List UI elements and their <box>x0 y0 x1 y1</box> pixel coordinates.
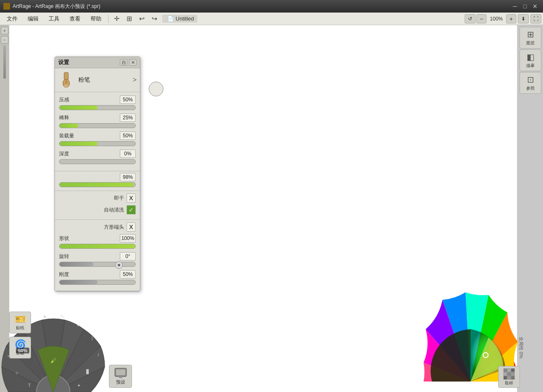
reference-panel-button[interactable]: ⊡ 参照 <box>520 72 541 94</box>
strip-btn-top[interactable]: + <box>1 27 8 34</box>
close-button[interactable]: ✕ <box>530 2 540 10</box>
depth-value[interactable]: 0% <box>120 150 136 158</box>
opacity-display: 50% <box>16 348 29 353</box>
loading-fill <box>59 142 98 146</box>
stiffness-label: 刚度 <box>59 271 69 278</box>
menubar: 文件 编辑 工具 查看 帮助 ✛ ⊞ ↩ ↪ 📄 Untitled ↺ − 10… <box>0 13 543 25</box>
stiffness-fill <box>59 280 98 284</box>
svg-rect-5 <box>116 369 125 375</box>
undo-button[interactable]: ↩ <box>136 14 147 24</box>
loading-label: 装载量 <box>59 132 74 139</box>
move-tool-button[interactable]: ✛ <box>111 14 122 24</box>
rotation-label-row: 旋转 0° <box>59 252 136 260</box>
settings-title: 设置 <box>58 59 69 66</box>
sample-button[interactable]: 取样 <box>498 366 520 388</box>
tracing-panel-button[interactable]: ◧ 描摹 <box>520 49 541 71</box>
color-indicator-dot <box>484 354 487 356</box>
select-icon: ⊹ <box>15 371 18 375</box>
pressure-fill <box>59 106 98 110</box>
dilution-track[interactable] <box>59 123 136 128</box>
depth-label-row: 深度 0% <box>59 150 136 158</box>
rotation-value[interactable]: 0° <box>120 252 136 260</box>
document-tab[interactable]: 📄 Untitled <box>162 15 197 23</box>
layers-label: 图层 <box>526 40 535 46</box>
sticker-button[interactable]: 🎫 贴纸 <box>9 312 31 333</box>
extra-bar-track[interactable] <box>59 182 136 187</box>
dilution-label: 稀释 <box>59 114 69 121</box>
dilution-fill <box>59 124 78 128</box>
brush-icon <box>58 72 75 88</box>
stiffness-slider-row: 刚度 50% <box>59 270 136 285</box>
svg-rect-0 <box>64 72 68 80</box>
tracing-label: 描摹 <box>526 63 535 69</box>
rotate-button[interactable]: ↺ <box>465 14 476 23</box>
extra-bar-row: 98% <box>55 171 140 191</box>
eyedropper-icon: ✦ <box>77 383 80 388</box>
layers-panel-button[interactable]: ⊞ 图层 <box>520 27 541 49</box>
svg-rect-15 <box>507 376 511 379</box>
auto-wash-row: 自动清洗 ✓ <box>59 205 136 214</box>
right-panels: ⊞ 图层 ◧ 描摹 ⊡ 参照 <box>518 25 543 95</box>
pencil-icon: / <box>98 353 99 357</box>
checkboxes-area: 即干 X 自动清洗 ✓ <box>55 191 140 220</box>
shape-value[interactable]: 100% <box>120 234 136 242</box>
square-end-label: 方形端头 <box>104 224 124 231</box>
svg-rect-8 <box>504 369 507 372</box>
brush-selector[interactable]: 粉笔 > <box>55 68 140 92</box>
settings-close-button[interactable]: ✕ <box>129 59 137 66</box>
stiffness-track[interactable] <box>59 280 136 285</box>
rotation-track[interactable] <box>59 262 136 267</box>
sample-label: 取样 <box>505 380 513 386</box>
redo-button[interactable]: ↪ <box>148 14 160 24</box>
grid-button[interactable]: ⊞ <box>123 14 135 24</box>
brush-svg <box>58 72 75 88</box>
menu-tools[interactable]: 工具 <box>44 13 65 24</box>
rotation-knob[interactable] <box>115 261 123 269</box>
zoom-in-button[interactable]: + <box>506 14 516 23</box>
layers-icon: ⊞ <box>527 29 534 39</box>
svg-rect-10 <box>511 369 515 372</box>
marker-icon: | <box>92 336 93 340</box>
pressure-track[interactable] <box>59 105 136 110</box>
rotation-fill <box>59 262 93 266</box>
settings-pin-button[interactable]: 自 <box>120 59 127 66</box>
global-opacity-label: 全局性 0% <box>518 337 524 358</box>
preset-button[interactable]: 预设 <box>109 365 132 388</box>
extra-bar-value[interactable]: 98% <box>120 173 136 181</box>
auto-wash-symbol: ✓ <box>129 206 134 213</box>
shape-track[interactable] <box>59 244 136 249</box>
zoom-out-button[interactable]: − <box>476 14 486 23</box>
stiffness-value[interactable]: 50% <box>120 270 136 279</box>
depth-track[interactable] <box>59 159 136 164</box>
minimize-button[interactable]: ─ <box>510 2 520 10</box>
brush-preview <box>149 82 163 96</box>
titlebar: ArtRage - ArtRage 画布大小预设 (*.spr) ─ □ ✕ <box>0 0 543 13</box>
menu-file[interactable]: 文件 <box>2 13 23 24</box>
menu-view[interactable]: 查看 <box>65 13 85 24</box>
fit-button[interactable]: ⬇ <box>518 14 529 23</box>
menu-help[interactable]: 帮助 <box>85 13 106 24</box>
pressure-value[interactable]: 50% <box>120 95 136 104</box>
stiffness-label-row: 刚度 50% <box>59 270 136 279</box>
instant-dry-checkbox[interactable]: X <box>127 193 136 203</box>
settings-header: 设置 自 ✕ <box>55 57 140 68</box>
menu-separator <box>108 15 109 23</box>
left-slider[interactable] <box>3 45 6 79</box>
square-end-checkbox[interactable]: X <box>127 222 136 232</box>
svg-point-2 <box>64 84 68 88</box>
dilution-value[interactable]: 25% <box>120 113 136 122</box>
loading-track[interactable] <box>59 141 136 146</box>
strip-btn-minus[interactable]: − <box>1 36 8 44</box>
svg-rect-9 <box>507 369 511 372</box>
shape-label: 形状 <box>59 235 69 242</box>
maximize-button[interactable]: □ <box>520 2 530 10</box>
auto-wash-checkbox[interactable]: ✓ <box>127 205 136 214</box>
menu-edit[interactable]: 编辑 <box>23 13 44 24</box>
shape-area: 方形端头 X 形状 100% 旋转 0° <box>55 220 140 291</box>
fullscreen-button[interactable]: ⛶ <box>530 14 541 23</box>
sample-icon <box>503 368 515 380</box>
loading-value[interactable]: 50% <box>120 132 136 140</box>
zoom-controls: ↺ − 100% + ⬇ ⛶ <box>464 14 541 23</box>
instant-dry-symbol: X <box>129 195 133 201</box>
depth-slider-row: 深度 0% <box>59 150 136 164</box>
